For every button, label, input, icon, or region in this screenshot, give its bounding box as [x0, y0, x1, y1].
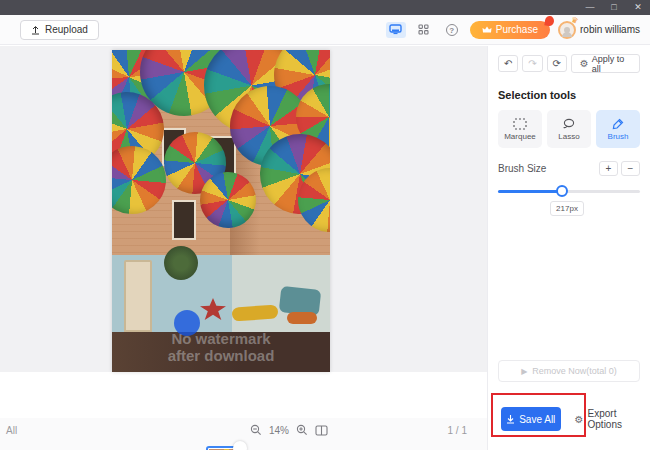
page-indicator: 1 / 1: [448, 425, 467, 436]
zoom-out-icon[interactable]: [250, 424, 262, 436]
brush-size-increase-button[interactable]: +: [599, 161, 618, 176]
reupload-label: Reupload: [45, 24, 88, 35]
apply-to-all-button[interactable]: ⚙ Apply to all: [571, 54, 640, 73]
app-window: — □ ✕ Reupload ? Purchase: [0, 0, 650, 450]
play-icon: ▶: [521, 367, 527, 376]
undo-button[interactable]: ↶: [498, 55, 518, 72]
upload-icon: [31, 25, 40, 35]
brush-size-slider[interactable]: [498, 185, 640, 197]
tools-panel: ↶ ↷ ⟳ ⚙ Apply to all Selection tools Mar…: [487, 46, 650, 450]
account-name: robin williams: [580, 24, 640, 35]
tool-marquee[interactable]: Marquee: [498, 110, 542, 148]
lasso-icon: [562, 118, 576, 130]
brush-size-tooltip: 217px: [550, 201, 584, 216]
reupload-button[interactable]: Reupload: [20, 20, 99, 40]
purchase-button[interactable]: Purchase: [470, 21, 550, 39]
notification-badge: [544, 15, 554, 26]
status-bar: All 14% 1 / 1: [0, 418, 487, 442]
redo-button[interactable]: ↷: [522, 55, 542, 72]
zoom-level: 14%: [269, 425, 289, 436]
selection-tools-group: Marquee Lasso Brush: [498, 110, 640, 148]
zoom-in-icon[interactable]: [296, 424, 308, 436]
avatar-crown-icon: ♛: [570, 15, 580, 26]
tool-brush[interactable]: Brush: [596, 110, 640, 148]
marquee-icon: [513, 118, 527, 130]
slider-handle[interactable]: [556, 185, 568, 197]
photo-door: [124, 260, 152, 332]
filter-all-label: All: [6, 425, 17, 436]
thumbnail-selected[interactable]: [206, 446, 242, 450]
toolbar: Reupload ? Purchase: [0, 15, 650, 45]
umbrella: [112, 143, 169, 217]
thumbnail-strip: ›: [0, 442, 487, 450]
remove-now-button[interactable]: ▶ Remove Now(total 0): [498, 360, 640, 382]
thumbnail-close-icon[interactable]: [233, 441, 247, 450]
account-menu[interactable]: ♛ robin williams: [558, 21, 640, 39]
save-all-button[interactable]: Save All: [501, 407, 561, 431]
close-button[interactable]: ✕: [626, 0, 650, 15]
minimize-button[interactable]: —: [578, 0, 602, 15]
purchase-label: Purchase: [496, 24, 538, 35]
help-icon[interactable]: ?: [442, 22, 462, 38]
maximize-button[interactable]: □: [602, 0, 626, 15]
photo-plant: [164, 246, 198, 280]
title-bar: — □ ✕: [0, 0, 650, 15]
compare-view-icon[interactable]: [315, 425, 328, 436]
brush-size-label: Brush Size: [498, 163, 546, 174]
download-icon: [506, 414, 515, 424]
desktop-view-icon[interactable]: [386, 22, 406, 38]
brush-size-decrease-button[interactable]: −: [621, 161, 640, 176]
editor-canvas[interactable]: No watermark after download All 14% 1 / …: [0, 46, 487, 372]
gear-icon: ⚙: [580, 58, 589, 69]
tool-lasso[interactable]: Lasso: [547, 110, 591, 148]
selection-tools-title: Selection tools: [498, 89, 640, 101]
reset-button[interactable]: ⟳: [547, 55, 567, 72]
photo-window: [172, 200, 196, 240]
brush-icon: [612, 118, 624, 130]
grid-apps-icon[interactable]: [414, 22, 434, 38]
watermark-text: No watermark after download: [112, 330, 330, 364]
crown-icon: [482, 26, 492, 34]
photo-preview[interactable]: No watermark after download: [112, 50, 330, 372]
